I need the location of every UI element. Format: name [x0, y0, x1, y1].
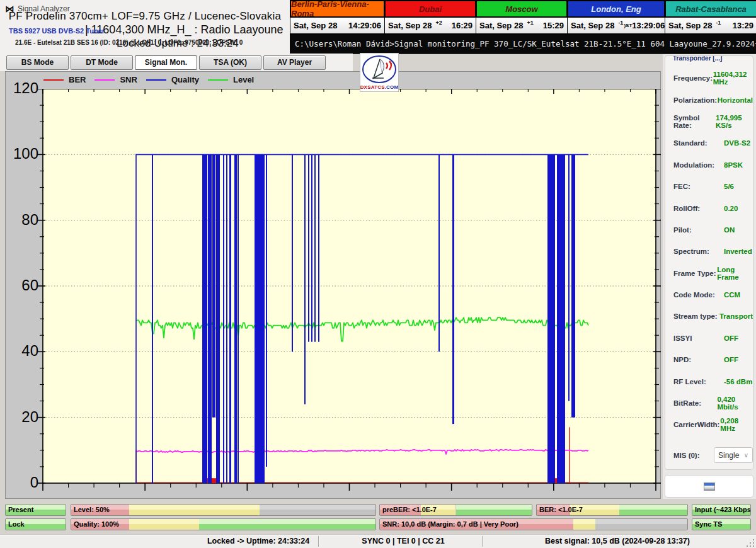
- meter-label: Quality: 100%: [74, 520, 119, 528]
- mode-button-av-player[interactable]: AV Player: [263, 55, 326, 70]
- clock-utc-offset: +2: [435, 20, 442, 26]
- mis-dropdown[interactable]: Single∨: [714, 447, 753, 463]
- status-bar: Locked -> Uptime: 24:33:24 SYNC 0 | TEI …: [0, 534, 756, 548]
- sidebar-value: Transport: [719, 312, 753, 320]
- world-clocks: Berlin-Paris-Vienna-RomaDubaiMoscowLondo…: [290, 0, 756, 35]
- clock-city-moscow: Moscow: [476, 1, 567, 17]
- clock-time-cell: Sat, Sep 28+216:29: [385, 18, 476, 33]
- sidebar-value: Long Frame: [717, 266, 753, 281]
- clock-utc-offset: -1: [716, 20, 721, 26]
- transponder-panel-header: Transponder [...]: [665, 55, 753, 62]
- sidebar-value: OFF: [724, 334, 738, 342]
- sidebar-label: Symbol Rate:: [673, 114, 716, 129]
- sidebar-row-rolloff-: RollOff:0.20: [665, 197, 753, 219]
- sidebar-value: OFF: [724, 356, 738, 363]
- sidebar-row-code-mode-: Code Mode:CCM: [665, 284, 753, 305]
- mode-button-tsa-ok-[interactable]: TSA (OK): [199, 55, 261, 70]
- sidebar-row-symbol-rate-: Symbol Rate:174,995 KS/s: [665, 111, 753, 132]
- chevron-down-icon: ∨: [744, 452, 748, 459]
- sidebar-value: 11604,312 MHz: [713, 71, 753, 86]
- clock-time: 13:29: [733, 21, 753, 30]
- legend-swatch: [43, 79, 64, 81]
- sidebar-label: Standard:: [673, 139, 724, 147]
- dxsatcs-logo: DXSATCS.COM: [360, 53, 399, 92]
- sidebar-row-bitrate-: BitRate:0,420 Mbit/s: [665, 392, 753, 414]
- legend-item-ber: BER: [43, 75, 86, 84]
- clock-date: Sat, Sep 28: [294, 21, 337, 30]
- sidebar-value: 5/6: [724, 183, 734, 190]
- clock-time-cell: Sat, Sep 2814:29:06: [290, 18, 384, 33]
- sidebar-label: ISSYI: [673, 334, 724, 342]
- sidebar-row-pilot-: Pilot:ON: [665, 219, 753, 241]
- meter-label: BER: <1.0E-7: [539, 506, 583, 513]
- meter-label: preBER: <1.0E-7: [382, 506, 437, 513]
- sidebar-label: Spectrum:: [673, 248, 724, 255]
- sidebar-label: Code Mode:: [673, 291, 724, 299]
- sidebar-label: MIS (0):: [673, 452, 714, 459]
- clock-utc-offset: -1: [618, 20, 623, 26]
- clock-date: Sat, Sep 28: [388, 21, 432, 30]
- sidebar-value: Horizontal: [718, 96, 753, 104]
- tuner-label: TBS 5927 USB DVB-S2 Tuner: [9, 27, 105, 35]
- clock-date: Sat, Sep 28: [571, 21, 614, 30]
- clock-city-dubai: Dubai: [385, 1, 476, 17]
- sidebar-label: RF Level:: [673, 378, 724, 385]
- clock-utc-offset: +1: [527, 20, 533, 26]
- legend-swatch: [208, 79, 228, 81]
- console-window: C:\Users\Roman Dávid>Signal monitoring_P…: [290, 35, 756, 54]
- sidebar-value: 8PSK: [724, 161, 743, 169]
- sidebar-row-carrierwidth-: CarrierWidth:0,208 MHz: [665, 414, 753, 435]
- meter-segment: [129, 505, 260, 515]
- clock-time-cell: Sat, Sep 28+115:29: [476, 18, 567, 33]
- status-divider: [482, 536, 483, 547]
- status-uptime: Locked -> Uptime: 24:33:24: [202, 537, 315, 545]
- meter-quality: Quality: 100%: [71, 518, 376, 530]
- meter-label: SNR: 10,0 dB (Margin: 0,7 dB | Very Poor…: [382, 520, 518, 528]
- resize-grip[interactable]: [747, 539, 755, 547]
- sidebar-label: RollOff:: [673, 205, 724, 212]
- transponder-info-panel: Transponder [...] Frequency:11604,312 MH…: [665, 55, 753, 470]
- sidebar-row-polarization-: Polarization:Horizontal: [665, 89, 753, 110]
- sidebar-value: ON: [724, 226, 735, 234]
- legend-item-level: Level: [208, 75, 254, 84]
- signal-meters: PresentLevel: 50%preBER: <1.0E-7BER: <1.…: [0, 503, 756, 534]
- clock-time-cell: Sat, Sep 28-1)ST13:29:06: [568, 18, 665, 33]
- sidebar-value: DVB-S2: [724, 139, 750, 147]
- clock-city-london-eng: London, Eng: [568, 1, 665, 17]
- legend-label: Level: [233, 75, 254, 84]
- transponder-sidebar: Transponder [...] Frequency:11604,312 MH…: [663, 54, 756, 499]
- clock-dst-label: )ST: [624, 23, 632, 28]
- clock-time: 13:29:06: [632, 21, 665, 30]
- logo-text: DXSATCS.COM: [360, 84, 399, 90]
- meter-label: Sync TS: [695, 520, 722, 528]
- meter-segment: [595, 519, 687, 530]
- mode-button-signal-mon-[interactable]: Signal Mon.: [135, 55, 197, 70]
- status-best-signal: Best signal: 10,5 dB (2024-09-28 13:37): [488, 537, 747, 545]
- legend-label: BER: [69, 75, 86, 84]
- legend-label: SNR: [120, 75, 137, 84]
- sidebar-row-mis: MIS (0):Single∨: [665, 445, 753, 466]
- sidebar-label: Frame Type:: [673, 270, 717, 277]
- meter-segment: [129, 519, 199, 530]
- mode-button-dt-mode[interactable]: DT Mode: [71, 55, 133, 70]
- signal-chart-panel: BERSNRQualityLevel 020406080100120: [5, 71, 661, 499]
- meter-segment: [199, 519, 375, 530]
- sidebar-row-modulation-: Modulation:8PSK: [665, 154, 753, 176]
- sidebar-row-spectrum-: Spectrum:Inverted: [665, 241, 753, 262]
- legend-label: Quality: [171, 75, 199, 84]
- meter-segment: [619, 505, 687, 515]
- sidebar-label: Frequency:: [673, 74, 713, 82]
- meter-label: Lock: [8, 520, 25, 528]
- sidebar-row-rf-level-: RF Level:-56 dBm: [665, 370, 753, 392]
- satellite-dish-icon: [361, 54, 398, 84]
- meter-segment: [456, 505, 532, 515]
- ts-data-button[interactable]: [665, 475, 753, 498]
- meter-label: Level: 50%: [74, 506, 110, 513]
- sidebar-row-frame-type-: Frame Type:Long Frame: [665, 263, 753, 284]
- mode-button-row: BS ModeDT ModeSignal Mon.TSA (OK)AV Play…: [0, 54, 353, 71]
- ts-list-icon: [704, 482, 715, 491]
- clock-time-cell: Sat, Sep 28-113:29: [665, 18, 756, 33]
- sidebar-row-stream-type-: Stream type:Transport: [665, 305, 753, 327]
- sidebar-value: 0,208 MHz: [720, 417, 753, 432]
- mode-button-bs-mode[interactable]: BS Mode: [6, 55, 69, 70]
